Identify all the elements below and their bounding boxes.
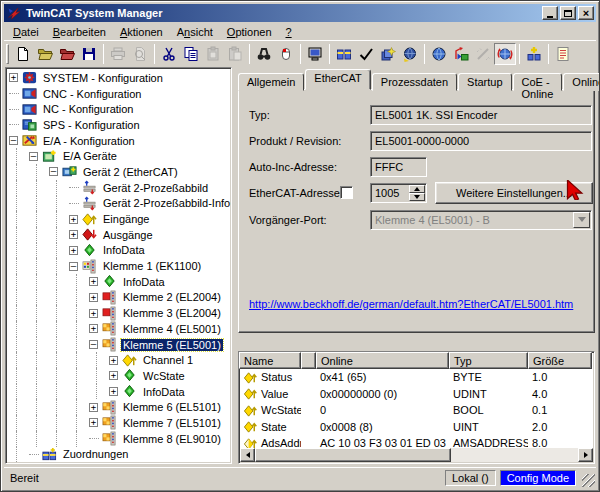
cut-button[interactable] [158, 43, 180, 65]
tree-item-gerät-2-prozeßabbild[interactable]: Gerät 2-Prozeßabbild [7, 180, 231, 196]
tree-item-label[interactable]: Klemme 7 (EL5101) [121, 417, 223, 429]
cabinet-button[interactable] [333, 43, 355, 65]
collapse-minus-icon[interactable]: – [29, 152, 38, 161]
menu-?[interactable]: ? [279, 24, 299, 40]
tree-item-label[interactable]: E/A - Konfiguration [41, 135, 137, 147]
tree-item-label[interactable]: Ausgänge [101, 229, 155, 241]
tree-expand-box[interactable]: + [67, 213, 80, 226]
add-plc-button[interactable] [523, 43, 545, 65]
tree-expand-box[interactable]: – [27, 150, 40, 163]
reload-devices-button[interactable] [450, 43, 472, 65]
column-header-name[interactable]: Name [239, 352, 301, 369]
maximize-button[interactable] [560, 6, 576, 20]
tree-expand-box[interactable]: + [107, 354, 120, 367]
expand-plus-icon[interactable]: + [69, 230, 78, 239]
config-mode-button[interactable] [494, 43, 516, 65]
collapse-minus-icon[interactable]: – [49, 167, 58, 176]
tree-item-label[interactable]: Gerät 2-Prozeßabbild-Info [101, 197, 232, 209]
check-config-button[interactable] [355, 43, 377, 65]
expand-plus-icon[interactable]: + [89, 293, 98, 302]
copy-button[interactable] [180, 43, 202, 65]
tree-item-infodata[interactable]: +InfoData [7, 384, 231, 400]
expand-plus-icon[interactable]: + [89, 309, 98, 318]
scrollbar-thumb[interactable] [255, 448, 451, 462]
tree-item-klemme-2-el2004-[interactable]: +Klemme 2 (EL2004) [7, 290, 231, 306]
tree-item-label[interactable]: InfoData [141, 386, 187, 398]
resize-grip[interactable] [582, 474, 595, 487]
tree-item-label[interactable]: Klemme 8 (EL9010) [121, 433, 223, 445]
tree-item-system-konfiguration[interactable]: +SYSTEM - Konfiguration [7, 70, 231, 86]
tree-expand-box[interactable]: + [87, 416, 100, 429]
globe-gear-button[interactable] [399, 43, 421, 65]
tab-online[interactable]: Online [563, 73, 600, 91]
tree-item-e-a-geräte[interactable]: –E/A Geräte [7, 148, 231, 164]
tree-item-gerät-2-ethercat-[interactable]: –Gerät 2 (EtherCAT) [7, 164, 231, 180]
tree-item-klemme-8-el9010-[interactable]: Klemme 8 (EL9010) [7, 431, 231, 447]
find-button[interactable] [253, 43, 275, 65]
tab-ethercat[interactable]: EtherCAT [305, 69, 370, 90]
column-header-blank[interactable] [301, 352, 316, 369]
auto-inc-adresse-field[interactable]: FFFC [370, 157, 427, 177]
expand-plus-icon[interactable]: + [109, 387, 118, 396]
target-system-button[interactable] [304, 43, 326, 65]
tree-item-label[interactable]: SYSTEM - Konfiguration [41, 72, 165, 84]
tree-item-klemme-1-ek1100-[interactable]: –Klemme 1 (EK1100) [7, 258, 231, 274]
collapse-minus-icon[interactable]: – [9, 136, 18, 145]
expand-plus-icon[interactable]: + [89, 418, 98, 427]
expand-plus-icon[interactable]: + [69, 246, 78, 255]
tree-item-label[interactable]: E/A Geräte [61, 150, 119, 162]
tree-item-ausgänge[interactable]: +Ausgänge [7, 227, 231, 243]
column-header-online[interactable]: Online [316, 352, 449, 369]
collapse-minus-icon[interactable]: – [89, 340, 98, 349]
tree-item-infodata[interactable]: +InfoData [7, 274, 231, 290]
tree-item-sps-konfiguration[interactable]: SPS - Konfiguration [7, 117, 231, 133]
tree-item-label[interactable]: Klemme 2 (EL2004) [121, 291, 223, 303]
tree-expand-box[interactable]: + [87, 275, 100, 288]
scroll-right-button[interactable] [578, 448, 593, 462]
tree-expand-box[interactable]: – [7, 134, 20, 147]
minimize-button[interactable] [542, 6, 558, 20]
tree-item-label[interactable]: Klemme 3 (EL2004) [121, 307, 223, 319]
tree-expand-box[interactable]: + [87, 401, 100, 414]
expand-plus-icon[interactable]: + [89, 324, 98, 333]
column-header-gre[interactable]: Größe [528, 352, 592, 369]
tree-expand-box[interactable]: + [107, 385, 120, 398]
tree-item-wcstate[interactable]: +WcState [7, 368, 231, 384]
beckhoff-link[interactable]: http://www.beckhoff.de/german/default.ht… [249, 298, 573, 310]
tree-expand-box[interactable]: – [87, 338, 100, 351]
properties-button[interactable] [552, 43, 574, 65]
tree-item-label[interactable]: NC - Konfiguration [41, 103, 136, 115]
tree-item-infodata[interactable]: +InfoData [7, 243, 231, 259]
combo-dropdown-button[interactable] [573, 212, 590, 228]
tree-item-label[interactable]: Klemme 5 (EL5001) [121, 339, 223, 351]
toolbar-grip[interactable] [6, 44, 9, 64]
open-folder-button[interactable] [34, 43, 56, 65]
tree-expand-box[interactable]: + [67, 244, 80, 257]
spin-up-button[interactable] [409, 185, 425, 193]
menu-optionen[interactable]: Optionen [220, 24, 279, 40]
tree-item-klemme-7-el5101-[interactable]: +Klemme 7 (EL5101) [7, 415, 231, 431]
tree-item-label[interactable]: Zuordnungen [61, 448, 130, 460]
table-row[interactable]: State0x0008 (8)UINT2.0 [239, 419, 594, 436]
tab-prozessdaten[interactable]: Prozessdaten [372, 73, 457, 91]
column-header-typ[interactable]: Typ [449, 352, 528, 369]
vorgaenger-port-combo[interactable]: Klemme 4 (EL5001) - B [370, 210, 592, 230]
table-row[interactable]: WcState0BOOL0.1 [239, 402, 594, 419]
expand-plus-icon[interactable]: + [89, 277, 98, 286]
tree-item-e-a-konfiguration[interactable]: –E/A - Konfiguration [7, 133, 231, 149]
typ-field[interactable]: EL5001 1K. SSI Encoder [370, 105, 592, 125]
open-target-button[interactable] [56, 43, 78, 65]
ethercat-adresse-checkbox[interactable] [340, 186, 353, 199]
tree-item-label[interactable]: Gerät 2-Prozeßabbild [101, 182, 210, 194]
tree-item-nc-konfiguration[interactable]: NC - Konfiguration [7, 101, 231, 117]
expand-plus-icon[interactable]: + [109, 371, 118, 380]
horizontal-scrollbar[interactable] [240, 448, 593, 462]
spin-down-button[interactable] [409, 193, 425, 201]
expand-plus-icon[interactable]: + [9, 73, 18, 82]
menu-aktionen[interactable]: Aktionen [113, 24, 170, 40]
tree-item-label[interactable]: InfoData [121, 276, 167, 288]
tree-item-label[interactable]: InfoData [101, 244, 147, 256]
tree-item-label[interactable]: CNC - Konfiguration [41, 88, 143, 100]
tree-item-channel-1[interactable]: +Channel 1 [7, 352, 231, 368]
tree-item-klemme-6-el5101-[interactable]: +Klemme 6 (EL5101) [7, 399, 231, 415]
